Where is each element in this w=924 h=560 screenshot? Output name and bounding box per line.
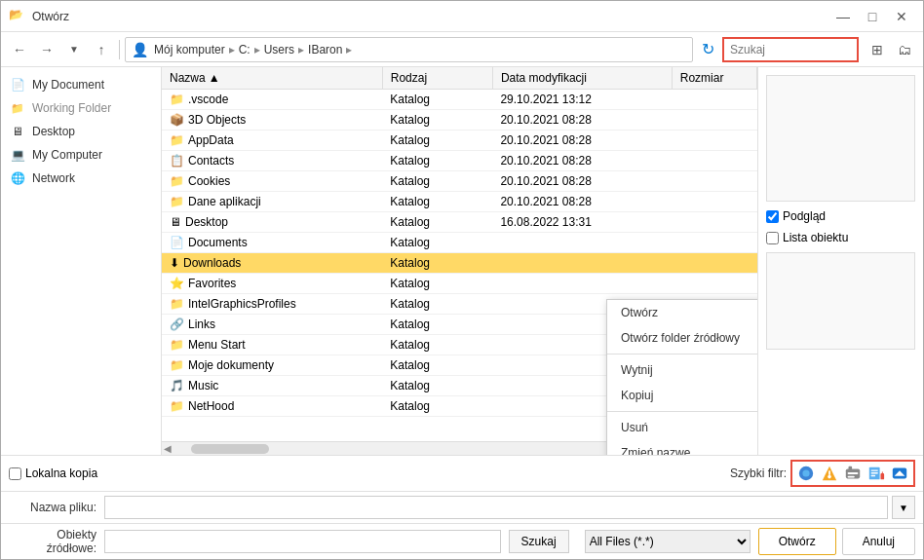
file-icon-docs-folder: 📄 <box>170 236 184 249</box>
file-table-container[interactable]: Nazwa ▲ Rodzaj Data modyfikacji <box>162 67 757 441</box>
minimize-button[interactable]: — <box>829 6 857 27</box>
svg-point-1 <box>802 469 809 476</box>
cell-date: 20.10.2021 08:28 <box>492 110 672 131</box>
cell-date: 20.10.2021 08:28 <box>492 131 672 151</box>
source-input[interactable] <box>104 530 501 553</box>
up-button[interactable]: ↑ <box>89 37 114 62</box>
table-row[interactable]: 📄 Documents Katalog <box>162 233 757 253</box>
col-header-size[interactable]: Rozmiar <box>672 67 756 90</box>
table-row[interactable]: ⭐ Favorites Katalog <box>162 274 757 294</box>
view-list-button[interactable]: 🗂 <box>892 37 917 62</box>
table-row[interactable]: 📁 Cookies Katalog 20.10.2021 08:28 <box>162 171 757 192</box>
path-part-3: Users <box>264 43 294 56</box>
table-row[interactable]: 🖥 Desktop Katalog 16.08.2022 13:31 <box>162 212 757 233</box>
cell-date <box>492 335 672 355</box>
qf-icon-2[interactable] <box>819 463 840 484</box>
h-scroll-left-btn[interactable]: ◀ <box>164 443 172 454</box>
svg-rect-8 <box>848 476 855 478</box>
svg-rect-14 <box>882 471 883 474</box>
table-row[interactable]: 📁 NetHood Katalog <box>162 396 757 417</box>
close-button[interactable]: ✕ <box>888 6 915 27</box>
table-row[interactable]: 📋 Contacts Katalog 20.10.2021 08:28 <box>162 151 757 171</box>
table-row[interactable]: 📁 Moje dokumenty Katalog <box>162 355 757 376</box>
file-name: Contacts <box>188 154 234 168</box>
cell-name: 📁 .vscode <box>162 90 382 110</box>
table-row[interactable]: ⬇ Downloads Katalog <box>162 253 757 274</box>
svg-rect-10 <box>871 469 878 470</box>
qf-icon-1[interactable] <box>795 463 817 484</box>
sidebar-item-working-folder[interactable]: 📁 Working Folder <box>1 96 161 120</box>
h-scroll-right-btn[interactable]: ▶ <box>748 443 755 454</box>
local-copy-checkbox[interactable] <box>9 467 21 480</box>
path-part-1: Mój komputer <box>154 43 225 56</box>
cell-name: 📁 IntelGraphicsProfiles <box>162 294 382 315</box>
filename-dropdown-button[interactable]: ▼ <box>892 496 915 519</box>
cell-name: 📁 NetHood <box>162 396 382 417</box>
cell-type: Katalog <box>382 294 492 315</box>
podglad-checkbox[interactable] <box>766 210 779 223</box>
svg-rect-11 <box>871 472 878 473</box>
address-bar[interactable]: 👤 Mój komputer ▸ C: ▸ Users ▸ IBaron ▸ <box>125 37 693 62</box>
cell-size <box>672 110 756 131</box>
cell-date <box>492 253 672 274</box>
col-header-name[interactable]: Nazwa ▲ <box>162 67 382 90</box>
view-buttons: ⊞ 🗂 <box>865 37 917 62</box>
horizontal-scrollbar[interactable]: ◀ ▶ <box>162 441 757 455</box>
path-part-2: C: <box>239 43 250 56</box>
svg-rect-4 <box>828 470 830 475</box>
open-button[interactable]: Otwórz <box>758 528 836 555</box>
table-row[interactable]: 📁 Menu Start Katalog <box>162 335 757 355</box>
cell-name: 📁 Cookies <box>162 171 382 192</box>
refresh-button[interactable]: ↻ <box>695 37 720 62</box>
table-row[interactable]: 📁 .vscode Katalog 29.10.2021 13:12 <box>162 90 757 110</box>
file-name: Moje dokumenty <box>188 358 274 372</box>
sidebar-item-my-document[interactable]: 📄 My Document <box>1 73 161 96</box>
search-input[interactable] <box>722 37 859 62</box>
col-header-type[interactable]: Rodzaj <box>382 67 492 90</box>
qf-icon-3[interactable] <box>842 463 864 484</box>
sidebar-item-network[interactable]: 🌐 Network <box>1 167 161 190</box>
h-scroll-thumb[interactable] <box>191 444 269 454</box>
szybki-filtr-label: Szybki filtr: <box>730 467 787 480</box>
file-icon-folder: 📁 <box>170 195 184 208</box>
back-button[interactable]: ← <box>7 37 32 62</box>
qf-icon-5[interactable] <box>889 463 910 484</box>
view-details-button[interactable]: ⊞ <box>865 37 890 62</box>
file-name: Music <box>188 379 218 392</box>
cell-size <box>672 171 756 192</box>
filename-input[interactable] <box>104 496 888 519</box>
file-icon-contacts: 📋 <box>170 154 184 168</box>
main-content: 📄 My Document 📁 Working Folder 🖥 Desktop… <box>1 67 923 455</box>
sidebar-label-network: Network <box>32 171 75 185</box>
svg-rect-12 <box>871 475 876 476</box>
cell-type: Katalog <box>382 355 492 376</box>
sidebar-item-desktop[interactable]: 🖥 Desktop <box>1 120 161 143</box>
cell-name: 🎵 Music <box>162 376 382 396</box>
source-filetype-row: Obiekty źródłowe: Szukaj All Files (*.*)… <box>1 524 923 559</box>
table-row[interactable]: 🎵 Music Katalog <box>162 376 757 396</box>
table-row[interactable]: 📁 AppData Katalog 20.10.2021 08:28 <box>162 131 757 151</box>
file-icon-links-folder: 🔗 <box>170 317 184 331</box>
dropdown-button[interactable]: ▼ <box>61 37 87 62</box>
preview-box <box>766 75 915 202</box>
cell-name: 📁 Moje dokumenty <box>162 355 382 376</box>
table-row[interactable]: 📦 3D Objects Katalog 20.10.2021 08:28 <box>162 110 757 131</box>
quick-filter-section: Szybki filtr: <box>730 460 915 487</box>
filetype-select[interactable]: All Files (*.*) <box>585 530 751 553</box>
local-copy-label: Lokalna kopia <box>9 467 97 480</box>
qf-icon-4[interactable] <box>866 463 887 484</box>
source-search-button[interactable]: Szukaj <box>509 530 569 553</box>
sidebar-item-my-computer[interactable]: 💻 My Computer <box>1 143 161 167</box>
sidebar-label-my-computer: My Computer <box>32 148 102 162</box>
cell-name: 📁 AppData <box>162 131 382 151</box>
col-header-date[interactable]: Data modyfikacji <box>492 67 672 90</box>
table-row[interactable]: 🔗 Links Katalog <box>162 315 757 335</box>
cell-type: Katalog <box>382 274 492 294</box>
table-row[interactable]: 📁 IntelGraphicsProfiles Katalog <box>162 294 757 315</box>
file-icon-desktop-folder: 🖥 <box>170 215 181 229</box>
maximize-button[interactable]: □ <box>859 6 886 27</box>
table-row[interactable]: 📁 Dane aplikacji Katalog 20.10.2021 08:2… <box>162 192 757 212</box>
cancel-button[interactable]: Anuluj <box>842 528 915 555</box>
forward-button[interactable]: → <box>34 37 59 62</box>
lista-obiektu-checkbox[interactable] <box>766 232 779 244</box>
